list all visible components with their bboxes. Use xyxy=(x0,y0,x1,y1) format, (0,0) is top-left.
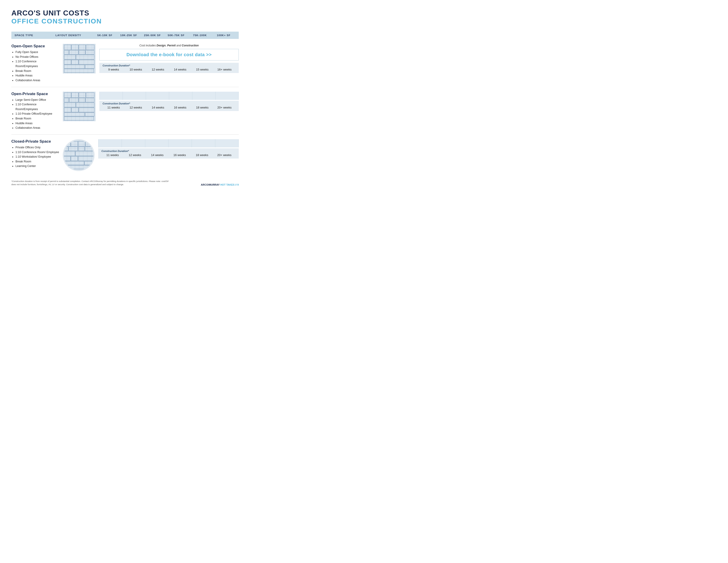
header-col-3: 50K-75K SF xyxy=(164,34,188,37)
section-title-open-open: Open-Open Space xyxy=(11,44,59,48)
duration-col-4: 18 weeks xyxy=(191,153,213,157)
bullet-item: Break Room xyxy=(15,69,59,73)
duration-col-0: 11 weeks xyxy=(103,106,125,109)
bullet-item: Break Room xyxy=(15,159,59,164)
header-layout-density: LAYOUT DENSITY xyxy=(55,34,93,37)
section-title-closed-private: Closed-Private Space xyxy=(11,139,59,144)
bullet-item: Collaboration Areas xyxy=(15,78,59,83)
duration-col-0: 9 weeks xyxy=(103,68,125,71)
bullet-item: Fully Open Space xyxy=(15,50,59,55)
footer-brand: ARCO/MURRAY HOT TAKES // 9 xyxy=(201,183,239,186)
bullet-item: Huddle Areas xyxy=(15,121,59,126)
bullet-item: 1:10 Conference Room/Employees xyxy=(15,59,59,68)
header-col-2: 25K-50K SF xyxy=(141,34,164,37)
page-title-block: ARCO'S UNIT COSTS OFFICE CONSTRUCTION xyxy=(11,9,239,25)
duration-col-4: 15 weeks xyxy=(191,68,213,71)
duration-col-5: 20+ weeks xyxy=(213,153,236,157)
header-space-type: SPACE TYPE xyxy=(15,34,55,37)
cost-note: Cost includes Design, Permit and Constru… xyxy=(99,44,239,47)
bullet-item: No Private Offices xyxy=(15,55,59,59)
duration-label: Construction Duration* xyxy=(103,102,236,105)
section-title-open-private: Open-Private Space xyxy=(11,92,59,96)
bullet-item: 1:10 Conference Room/Employees xyxy=(15,102,59,111)
section-open-private: Open-Private SpaceLarge Semi-Open Office… xyxy=(11,92,239,135)
bullet-item: 1:10 Conference Room/ Employee xyxy=(15,150,59,155)
section-bullets-closed-private: Private Offices Only1:10 Conference Room… xyxy=(11,145,59,168)
section-left-open-private: Open-Private SpaceLarge Semi-Open Office… xyxy=(11,92,59,130)
data-block-open-private: Construction Duration*11 weeks12 weeks14… xyxy=(99,101,239,111)
section-floorplan-open-open xyxy=(63,44,96,73)
duration-label: Construction Duration* xyxy=(103,64,236,67)
section-floorplan-closed-private xyxy=(63,139,95,171)
brand-name: ARCO/MURRAY xyxy=(201,183,220,186)
header-col-5: 100K+ SF xyxy=(212,34,236,37)
duration-row: 11 weeks12 weeks14 weeks16 weeks18 weeks… xyxy=(101,153,236,157)
data-block-closed-private: Construction Duration*11 weeks12 weeks14… xyxy=(98,148,239,158)
bullet-item: Private Offices Only xyxy=(15,145,59,150)
duration-col-1: 10 weeks xyxy=(125,68,147,71)
section-open-open: Open-Open SpaceFully Open SpaceNo Privat… xyxy=(11,44,239,87)
duration-col-2: 14 weeks xyxy=(146,153,168,157)
bullet-item: Huddle Areas xyxy=(15,73,59,78)
section-left-closed-private: Closed-Private SpacePrivate Offices Only… xyxy=(11,139,59,168)
section-bullets-open-open: Fully Open SpaceNo Private Offices1:10 C… xyxy=(11,50,59,83)
duration-col-2: 14 weeks xyxy=(147,106,169,109)
data-block-open-open: Construction Duration*9 weeks10 weeks12 … xyxy=(99,63,239,73)
section-closed-private: Closed-Private SpacePrivate Offices Only… xyxy=(11,139,239,175)
section-left-open-open: Open-Open SpaceFully Open SpaceNo Privat… xyxy=(11,44,59,83)
footer: *Construction duration is from receipt o… xyxy=(11,180,239,186)
cost-placeholder-bar xyxy=(99,92,239,100)
header-col-0: 5K-10K SF xyxy=(93,34,117,37)
table-header-row: SPACE TYPE LAYOUT DENSITY 5K-10K SF10K-2… xyxy=(11,32,239,39)
duration-col-1: 12 weeks xyxy=(125,106,147,109)
duration-col-3: 16 weeks xyxy=(169,106,191,109)
duration-col-3: 16 weeks xyxy=(168,153,191,157)
bullet-item: Collaboration Areas xyxy=(15,125,59,130)
footer-disclaimer: *Construction duration is from receipt o… xyxy=(11,180,171,186)
hot-takes: HOT TAKES // 9 xyxy=(220,183,239,186)
duration-col-0: 11 weeks xyxy=(101,153,124,157)
section-right-closed-private: Construction Duration*11 weeks12 weeks14… xyxy=(98,139,239,158)
header-col-1: 10K-25K SF xyxy=(117,34,141,37)
section-right-open-private: Construction Duration*11 weeks12 weeks14… xyxy=(99,92,239,111)
download-ebook-button[interactable]: Download the e-book for cost data >> xyxy=(99,49,239,60)
duration-row: 9 weeks10 weeks12 weeks14 weeks15 weeks1… xyxy=(103,68,236,71)
bullet-item: 1:10 Workstation/ Employee xyxy=(15,154,59,159)
section-floorplan-open-private xyxy=(63,92,96,121)
duration-col-5: 16+ weeks xyxy=(213,68,236,71)
duration-col-4: 18 weeks xyxy=(191,106,213,109)
duration-col-2: 12 weeks xyxy=(147,68,169,71)
page-title-sub: OFFICE CONSTRUCTION xyxy=(11,17,239,25)
page-title-main: ARCO'S UNIT COSTS xyxy=(11,9,239,17)
bullet-item: Large Semi-Open Office xyxy=(15,98,59,102)
duration-col-3: 14 weeks xyxy=(169,68,191,71)
duration-col-5: 20+ weeks xyxy=(213,106,236,109)
section-right-open-open: Cost includes Design, Permit and Constru… xyxy=(99,44,239,73)
bullet-item: Learning Center xyxy=(15,164,59,168)
duration-label: Construction Duration* xyxy=(101,150,236,152)
duration-row: 11 weeks12 weeks14 weeks16 weeks18 weeks… xyxy=(103,106,236,109)
sections-container: Open-Open SpaceFully Open SpaceNo Privat… xyxy=(11,44,239,175)
duration-col-1: 12 weeks xyxy=(124,153,146,157)
bullet-item: 1:10 Private Office/Employee xyxy=(15,111,59,116)
section-bullets-open-private: Large Semi-Open Office1:10 Conference Ro… xyxy=(11,98,59,130)
header-col-4: 75K-100K xyxy=(188,34,212,37)
header-sf-cols: 5K-10K SF10K-25K SF25K-50K SF50K-75K SF7… xyxy=(93,34,236,37)
bullet-item: Break Room xyxy=(15,116,59,121)
cost-placeholder-bar xyxy=(98,139,239,147)
